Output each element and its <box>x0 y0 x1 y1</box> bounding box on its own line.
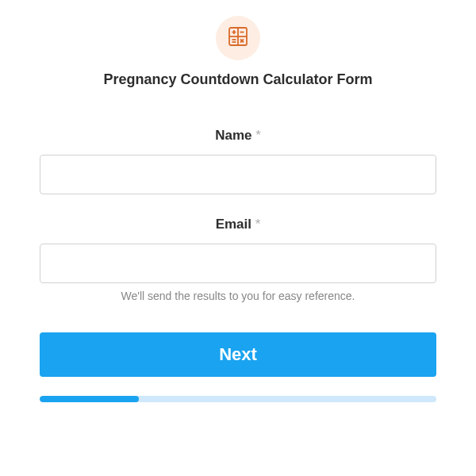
next-button[interactable]: Next <box>40 332 436 377</box>
form-title: Pregnancy Countdown Calculator Form <box>103 71 372 88</box>
name-field-group: Name * <box>40 128 436 194</box>
progress-bar <box>40 396 436 402</box>
email-field-group: Email * We'll send the results to you fo… <box>40 217 436 302</box>
name-label-text: Name <box>215 128 251 143</box>
header-icon-circle <box>216 16 260 60</box>
name-input[interactable] <box>40 155 436 194</box>
email-label-text: Email <box>216 217 251 232</box>
required-asterisk: * <box>255 217 261 232</box>
required-asterisk: * <box>255 128 261 143</box>
calculator-icon <box>227 25 249 51</box>
name-label: Name * <box>40 128 436 144</box>
email-help-text: We'll send the results to you for easy r… <box>40 290 436 302</box>
progress-fill <box>40 396 139 402</box>
email-input[interactable] <box>40 244 436 283</box>
email-label: Email * <box>40 217 436 232</box>
